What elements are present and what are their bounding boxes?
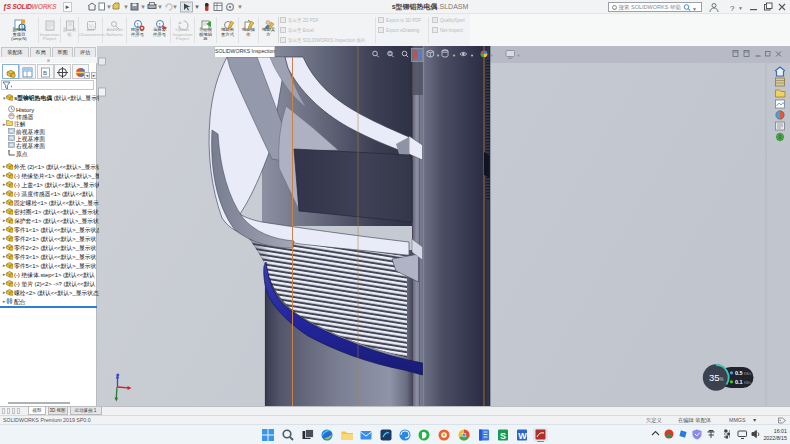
- svg-text:¼: ¼: [89, 23, 95, 29]
- svg-text:▼: ▼: [140, 4, 146, 10]
- svg-text:0.1: 0.1: [735, 379, 743, 385]
- svg-text:35: 35: [709, 372, 720, 383]
- svg-text:▼: ▼: [123, 4, 129, 10]
- svg-text:▼: ▼: [157, 4, 163, 10]
- svg-text:▼: ▼: [517, 53, 521, 58]
- svg-text:1: 1: [136, 22, 139, 28]
- svg-text:▼: ▼: [237, 4, 243, 10]
- svg-text:?: ?: [730, 4, 735, 13]
- svg-text:▼: ▼: [452, 53, 456, 58]
- svg-text:0.5: 0.5: [735, 370, 743, 376]
- svg-text:W: W: [518, 431, 527, 441]
- svg-text:▼: ▼: [692, 5, 697, 11]
- svg-text:▼: ▼: [106, 4, 112, 10]
- svg-text:B: B: [43, 70, 47, 76]
- svg-text:▼: ▼: [738, 5, 743, 11]
- svg-text:▼: ▼: [470, 53, 474, 58]
- svg-text:%: %: [720, 377, 724, 382]
- svg-text:KB/s: KB/s: [744, 381, 751, 385]
- svg-text:▼: ▼: [10, 84, 12, 89]
- svg-text:1: 1: [158, 22, 161, 28]
- svg-text:KB/s: KB/s: [744, 372, 751, 376]
- svg-text:▼: ▼: [194, 4, 200, 10]
- svg-text:▼: ▼: [172, 4, 178, 10]
- svg-text:S: S: [500, 431, 506, 441]
- svg-text:▼: ▼: [436, 53, 440, 58]
- svg-text:▼: ▼: [490, 53, 494, 58]
